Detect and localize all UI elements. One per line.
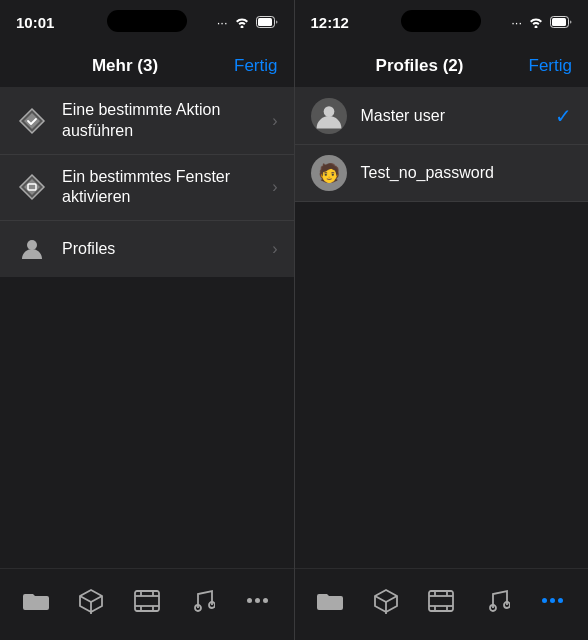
svg-point-15 — [323, 106, 334, 117]
right-three-dots — [542, 598, 563, 603]
left-done-button[interactable]: Fertig — [234, 56, 277, 76]
right-folder-icon[interactable] — [308, 579, 352, 623]
svg-rect-14 — [552, 18, 566, 26]
left-panel: 10:01 ··· Mehr (3) Fertig — [0, 0, 294, 640]
right-nav-title: Profiles (2) — [311, 56, 529, 76]
action-chevron: › — [272, 112, 277, 130]
left-nav-title: Mehr (3) — [16, 56, 234, 76]
left-list: Eine bestimmte Aktion ausführen › Ein be… — [0, 88, 294, 568]
right-status-icons: ··· — [511, 15, 572, 30]
right-box-icon[interactable] — [364, 579, 408, 623]
left-status-icons: ··· — [217, 15, 278, 30]
right-bottom-bar — [295, 568, 589, 640]
profiles-icon — [16, 233, 48, 265]
svg-rect-1 — [258, 18, 272, 26]
window-icon — [16, 171, 48, 203]
left-nav-bar: Mehr (3) Fertig — [0, 44, 294, 88]
svg-rect-4 — [135, 591, 159, 611]
test-name: Test_no_password — [361, 164, 573, 182]
right-more-icon[interactable] — [530, 579, 574, 623]
right-wifi-icon — [528, 16, 544, 28]
profile-item-test[interactable]: 🧑 Test_no_password — [295, 145, 589, 202]
svg-rect-16 — [429, 591, 453, 611]
right-notch-pill — [401, 10, 481, 32]
left-status-bar: 10:01 ··· — [0, 0, 294, 44]
left-bottom-bar — [0, 568, 294, 640]
master-avatar — [311, 98, 347, 134]
window-chevron: › — [272, 178, 277, 196]
list-item-window[interactable]: Ein bestimmtes Fenster aktivieren › — [0, 155, 294, 222]
test-avatar: 🧑 — [311, 155, 347, 191]
left-box-icon[interactable] — [69, 579, 113, 623]
left-music-icon[interactable] — [180, 579, 224, 623]
right-done-button[interactable]: Fertig — [529, 56, 572, 76]
right-status-bar: 12:12 ··· — [295, 0, 589, 44]
profile-item-master[interactable]: Master user ✓ — [295, 88, 589, 145]
left-battery-icon — [256, 16, 278, 28]
profiles-label: Profiles — [62, 239, 264, 260]
left-folder-icon[interactable] — [14, 579, 58, 623]
list-item-action[interactable]: Eine bestimmte Aktion ausführen › — [0, 88, 294, 155]
right-profiles-list: Master user ✓ 🧑 Test_no_password — [295, 88, 589, 568]
left-notch-pill — [107, 10, 187, 32]
master-checkmark: ✓ — [555, 104, 572, 128]
left-wifi-icon — [234, 16, 250, 28]
left-more-icon[interactable] — [236, 579, 280, 623]
right-signal-icon: ··· — [511, 15, 522, 30]
action-icon — [16, 105, 48, 137]
right-nav-bar: Profiles (2) Fertig — [295, 44, 589, 88]
window-label: Ein bestimmtes Fenster aktivieren — [62, 167, 264, 209]
right-battery-icon — [550, 16, 572, 28]
right-panel: 12:12 ··· Profiles (2) Fertig — [295, 0, 589, 640]
profiles-chevron: › — [272, 240, 277, 258]
master-name: Master user — [361, 107, 556, 125]
right-music-icon[interactable] — [475, 579, 519, 623]
right-filmclip-icon[interactable] — [419, 579, 463, 623]
left-three-dots — [247, 598, 268, 603]
left-filmclip-icon[interactable] — [125, 579, 169, 623]
left-signal-icon: ··· — [217, 15, 228, 30]
action-label: Eine bestimmte Aktion ausführen — [62, 100, 264, 142]
svg-point-3 — [27, 240, 37, 250]
left-time: 10:01 — [16, 14, 54, 31]
list-item-profiles[interactable]: Profiles › — [0, 221, 294, 277]
right-time: 12:12 — [311, 14, 349, 31]
